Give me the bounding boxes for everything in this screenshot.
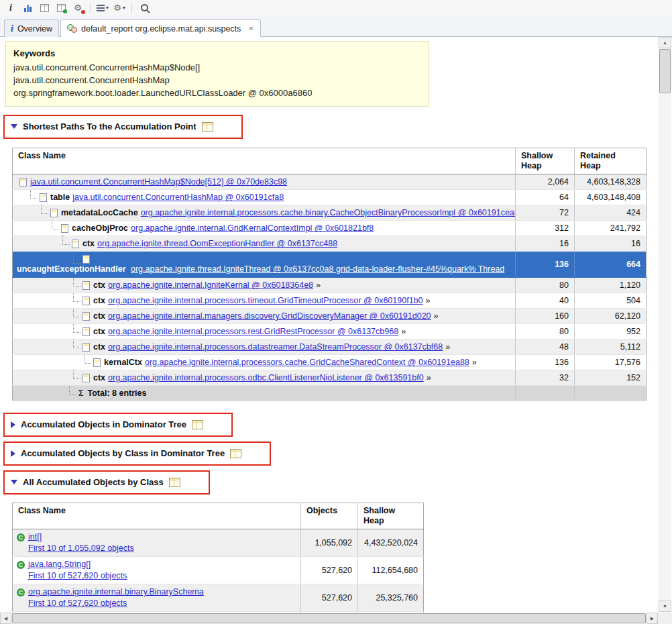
class-row[interactable]: Corg.apache.ignite.internal.binary.Binar…	[13, 584, 424, 612]
shallow-heap-cell: 16	[516, 236, 575, 252]
objects-table-body: Cint[]First 10 of 1,055,092 objects1,055…	[13, 529, 424, 613]
section-accumulated-by-class-dominator[interactable]: Accumulated Objects by Class in Dominato…	[11, 448, 241, 458]
path-row[interactable]: ctx org.apache.ignite.internal.processor…	[13, 340, 647, 355]
keywords-box: Keywords java.util.concurrent.Concurrent…	[5, 41, 429, 107]
col-retained-heap[interactable]: Retained Heap	[575, 148, 647, 174]
queries-menu-button[interactable]: ⚙▾	[112, 1, 127, 15]
open-in-table-icon[interactable]	[169, 478, 180, 487]
object-icon	[82, 255, 90, 264]
retained-heap-cell: 664	[575, 252, 647, 278]
horizontal-scroll-thumb[interactable]	[12, 613, 646, 623]
scroll-left-button[interactable]: ◀	[0, 613, 11, 624]
path-row[interactable]: java.util.concurrent.ConcurrentHashMap$N…	[13, 174, 647, 190]
field-label: metadataLocCache	[61, 207, 138, 219]
open-in-table-icon[interactable]	[202, 122, 213, 132]
path-row[interactable]: ctx org.apache.ignite.internal.IgniteKer…	[13, 278, 647, 293]
object-link[interactable]: org.apache.ignite.thread.OomExceptionHan…	[97, 238, 337, 250]
object-link[interactable]: org.apache.ignite.internal.IgniteKernal …	[108, 279, 313, 291]
vertical-scrollbar[interactable]: ▲ ▼	[659, 37, 671, 612]
class-link[interactable]: org.apache.ignite.internal.binary.Binary…	[28, 586, 204, 598]
class-name-cell: ctx org.apache.ignite.internal.managers.…	[13, 309, 516, 324]
col-class-name[interactable]: Class Name	[13, 148, 516, 174]
shallow-heap-cell: 136	[516, 355, 575, 370]
open-in-table-icon[interactable]	[192, 420, 203, 429]
section-all-accumulated-by-class[interactable]: All Accumulated Objects by Class	[11, 477, 180, 487]
path-row[interactable]: ctx org.apache.ignite.thread.OomExceptio…	[13, 236, 647, 252]
section-title: Shortest Paths To the Accumulation Point	[23, 121, 197, 132]
tree-connector	[73, 278, 80, 287]
tree-table-icon	[40, 4, 49, 12]
horizontal-scrollbar[interactable]: ◀ ▶	[0, 613, 658, 624]
path-row[interactable]: cacheObjProc org.apache.ignite.internal.…	[13, 221, 647, 236]
object-link[interactable]: org.apache.ignite.internal.processors.ca…	[145, 356, 469, 368]
path-row[interactable]: uncaughtExceptionHandler org.apache.igni…	[13, 252, 647, 278]
object-link[interactable]: org.apache.ignite.internal.processors.od…	[108, 372, 424, 384]
object-link[interactable]: org.apache.ignite.internal.processors.ti…	[108, 295, 423, 307]
info-button[interactable]: i	[3, 1, 18, 15]
keyword-line: java.util.concurrent.ConcurrentHashMap$N…	[13, 62, 421, 74]
retained-heap-cell: 952	[575, 324, 647, 340]
shallow-heap-cell: 136	[516, 252, 575, 278]
object-link[interactable]: org.apache.ignite.internal.processors.da…	[108, 341, 443, 353]
outgoing-refs-marker: »	[316, 279, 321, 291]
class-row[interactable]: Cjava.lang.String[]First 10 of 527,620 o…	[13, 557, 424, 584]
leak-report-button[interactable]: ⚙	[70, 1, 85, 15]
twistie-collapsed-icon	[11, 421, 15, 428]
object-link[interactable]: org.apache.ignite.internal.GridKernalCon…	[131, 222, 374, 234]
scroll-right-button[interactable]: ▶	[647, 613, 658, 624]
dominator-tree-button[interactable]	[37, 1, 52, 15]
object-link[interactable]: java.util.concurrent.ConcurrentHashMap @…	[72, 191, 284, 203]
class-row[interactable]: Cint[]First 10 of 1,055,092 objects1,055…	[13, 529, 424, 557]
first-objects-link[interactable]: First 10 of 527,620 objects	[28, 571, 127, 580]
annotation-red-box: Shortest Paths To the Accumulation Point	[3, 115, 243, 139]
objects-table-header: Class Name Objects Shallow Heap	[13, 503, 424, 529]
class-name-cell: Corg.apache.ignite.internal.binary.Binar…	[13, 584, 301, 612]
first-objects-link[interactable]: First 10 of 1,055,092 objects	[28, 543, 134, 553]
search-button[interactable]	[137, 1, 152, 15]
path-row[interactable]: ctx org.apache.ignite.internal.processor…	[13, 370, 647, 386]
vertical-scroll-thumb[interactable]	[659, 49, 671, 93]
section-accumulated-dominator[interactable]: Accumulated Objects in Dominator Tree	[11, 419, 203, 429]
histogram-button[interactable]	[20, 1, 35, 15]
open-in-table-icon[interactable]	[230, 449, 241, 458]
section-shortest-paths[interactable]: Shortest Paths To the Accumulation Point	[11, 121, 213, 132]
objects-cell: 527,620	[301, 557, 358, 584]
field-label: ctx	[93, 279, 105, 291]
first-objects-link[interactable]: First 10 of 527,620 objects	[28, 599, 127, 608]
col-objects[interactable]: Objects	[301, 503, 358, 529]
twistie-expanded-icon	[11, 480, 17, 484]
path-row[interactable]: metadataLocCache org.apache.ignite.inter…	[13, 205, 647, 221]
shallow-heap-cell: 112,654,680	[358, 557, 424, 584]
path-row[interactable]: ctx org.apache.ignite.internal.processor…	[13, 324, 647, 340]
grouping-menu-button[interactable]: ▾	[95, 1, 110, 15]
object-link[interactable]: org.apache.ignite.internal.processors.re…	[108, 325, 398, 337]
path-row[interactable]: table java.util.concurrent.ConcurrentHas…	[13, 190, 647, 205]
class-link[interactable]: int[]	[28, 531, 42, 543]
col-shallow-heap[interactable]: Shallow Heap	[358, 503, 424, 529]
scroll-down-button[interactable]: ▼	[659, 601, 671, 612]
path-row[interactable]: ctx org.apache.ignite.internal.processor…	[13, 293, 647, 309]
col-class-name[interactable]: Class Name	[13, 503, 301, 529]
section-title: Accumulated Objects in Dominator Tree	[21, 419, 186, 429]
object-link[interactable]: org.apache.ignite.thread.IgniteThread @ …	[131, 264, 504, 274]
paths-table: Class Name Shallow Heap Retained Heap ja…	[12, 148, 647, 401]
tab-label: default_report org.eclipse.mat.api:suspe…	[81, 24, 241, 34]
class-link[interactable]: java.lang.String[]	[28, 559, 91, 570]
info-icon: i	[11, 24, 13, 34]
tab-overview[interactable]: i Overview	[4, 19, 59, 37]
object-icon	[82, 374, 90, 382]
mat-window: i ⚙ ▾ ⚙▾ i Overview default_report org.e…	[0, 0, 672, 624]
col-shallow-heap[interactable]: Shallow Heap	[516, 148, 575, 174]
field-label: ctx	[93, 295, 105, 307]
close-tab-icon[interactable]: ✕	[248, 25, 254, 32]
object-link[interactable]: org.apache.ignite.internal.processors.ca…	[141, 207, 516, 219]
object-link[interactable]: org.apache.ignite.internal.managers.disc…	[108, 310, 431, 322]
class-name-cell: ctx org.apache.ignite.thread.OomExceptio…	[13, 236, 516, 252]
object-link[interactable]: java.util.concurrent.ConcurrentHashMap$N…	[30, 176, 287, 188]
scroll-up-button[interactable]: ▲	[659, 37, 671, 48]
path-row[interactable]: kernalCtx org.apache.ignite.internal.pro…	[13, 355, 647, 370]
path-row[interactable]: ctx org.apache.ignite.internal.managers.…	[13, 309, 647, 324]
oql-button[interactable]	[54, 1, 68, 15]
tab-suspects-report[interactable]: default_report org.eclipse.mat.api:suspe…	[60, 19, 261, 37]
field-label: ctx	[93, 310, 105, 322]
